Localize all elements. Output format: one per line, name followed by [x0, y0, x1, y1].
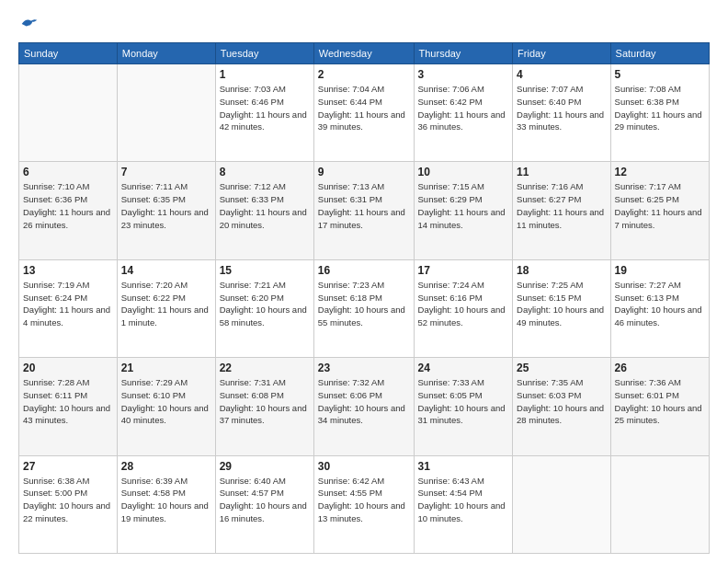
- day-number: 9: [318, 166, 410, 178]
- day-info: Sunrise: 7:24 AM Sunset: 6:16 PM Dayligh…: [418, 279, 509, 329]
- calendar-day-cell: 13Sunrise: 7:19 AM Sunset: 6:24 PM Dayli…: [19, 259, 118, 357]
- day-info: Sunrise: 7:28 AM Sunset: 6:11 PM Dayligh…: [23, 376, 113, 427]
- day-info: Sunrise: 7:33 AM Sunset: 6:05 PM Dayligh…: [418, 376, 509, 427]
- calendar-day-cell: 25Sunrise: 7:35 AM Sunset: 6:03 PM Dayli…: [513, 358, 611, 455]
- day-info: Sunrise: 7:20 AM Sunset: 6:22 PM Dayligh…: [121, 279, 211, 329]
- logo-bird-icon: [20, 15, 39, 33]
- calendar-week-row: 27Sunrise: 6:38 AM Sunset: 5:00 PM Dayli…: [19, 455, 710, 553]
- calendar-header-row: SundayMondayTuesdayWednesdayThursdayFrid…: [19, 43, 710, 64]
- weekday-header: Sunday: [19, 43, 118, 64]
- calendar-day-cell: 10Sunrise: 7:15 AM Sunset: 6:29 PM Dayli…: [414, 162, 513, 259]
- calendar-day-cell: 27Sunrise: 6:38 AM Sunset: 5:00 PM Dayli…: [19, 455, 118, 553]
- day-number: 22: [220, 362, 310, 374]
- weekday-header: Saturday: [610, 43, 709, 64]
- calendar-day-cell: 18Sunrise: 7:25 AM Sunset: 6:15 PM Dayli…: [513, 259, 611, 357]
- day-info: Sunrise: 7:32 AM Sunset: 6:06 PM Dayligh…: [318, 376, 410, 427]
- day-info: Sunrise: 7:06 AM Sunset: 6:42 PM Dayligh…: [418, 83, 509, 133]
- day-info: Sunrise: 7:23 AM Sunset: 6:18 PM Dayligh…: [318, 279, 410, 329]
- calendar-day-cell: 9Sunrise: 7:13 AM Sunset: 6:31 PM Daylig…: [313, 162, 414, 259]
- calendar-table: SundayMondayTuesdayWednesdayThursdayFrid…: [18, 42, 710, 554]
- weekday-header: Wednesday: [313, 43, 414, 64]
- day-number: 31: [418, 460, 509, 473]
- calendar-day-cell: [610, 455, 709, 553]
- day-info: Sunrise: 7:10 AM Sunset: 6:36 PM Dayligh…: [23, 180, 113, 231]
- calendar-day-cell: 28Sunrise: 6:39 AM Sunset: 4:58 PM Dayli…: [117, 455, 215, 553]
- calendar-day-cell: 31Sunrise: 6:43 AM Sunset: 4:54 PM Dayli…: [414, 455, 513, 553]
- day-info: Sunrise: 6:42 AM Sunset: 4:55 PM Dayligh…: [318, 475, 410, 525]
- day-number: 26: [615, 362, 705, 374]
- day-info: Sunrise: 7:13 AM Sunset: 6:31 PM Dayligh…: [318, 180, 410, 231]
- day-info: Sunrise: 7:07 AM Sunset: 6:40 PM Dayligh…: [517, 83, 607, 133]
- calendar-day-cell: 5Sunrise: 7:08 AM Sunset: 6:38 PM Daylig…: [610, 64, 709, 162]
- day-number: 10: [418, 166, 509, 178]
- day-number: 11: [517, 166, 607, 178]
- day-number: 18: [517, 264, 607, 277]
- day-info: Sunrise: 7:21 AM Sunset: 6:20 PM Dayligh…: [220, 279, 310, 329]
- calendar-day-cell: 4Sunrise: 7:07 AM Sunset: 6:40 PM Daylig…: [513, 64, 611, 162]
- calendar-day-cell: 24Sunrise: 7:33 AM Sunset: 6:05 PM Dayli…: [414, 358, 513, 455]
- day-number: 27: [23, 460, 113, 473]
- calendar-day-cell: 23Sunrise: 7:32 AM Sunset: 6:06 PM Dayli…: [313, 358, 414, 455]
- calendar-day-cell: 7Sunrise: 7:11 AM Sunset: 6:35 PM Daylig…: [117, 162, 215, 259]
- day-number: 21: [121, 362, 211, 374]
- calendar-day-cell: [117, 64, 215, 162]
- day-info: Sunrise: 7:19 AM Sunset: 6:24 PM Dayligh…: [23, 279, 113, 329]
- day-info: Sunrise: 6:40 AM Sunset: 4:57 PM Dayligh…: [220, 475, 310, 525]
- day-number: 1: [220, 68, 310, 81]
- day-info: Sunrise: 6:38 AM Sunset: 5:00 PM Dayligh…: [23, 475, 113, 525]
- calendar-day-cell: 26Sunrise: 7:36 AM Sunset: 6:01 PM Dayli…: [610, 358, 709, 455]
- calendar-day-cell: 19Sunrise: 7:27 AM Sunset: 6:13 PM Dayli…: [610, 259, 709, 357]
- calendar-day-cell: 14Sunrise: 7:20 AM Sunset: 6:22 PM Dayli…: [117, 259, 215, 357]
- calendar-day-cell: 20Sunrise: 7:28 AM Sunset: 6:11 PM Dayli…: [19, 358, 118, 455]
- day-number: 16: [318, 264, 410, 277]
- day-number: 3: [418, 68, 509, 81]
- calendar-day-cell: 17Sunrise: 7:24 AM Sunset: 6:16 PM Dayli…: [414, 259, 513, 357]
- day-info: Sunrise: 7:29 AM Sunset: 6:10 PM Dayligh…: [121, 376, 211, 427]
- day-number: 29: [220, 460, 310, 473]
- day-number: 15: [220, 264, 310, 277]
- day-number: 7: [121, 166, 211, 178]
- day-info: Sunrise: 6:39 AM Sunset: 4:58 PM Dayligh…: [121, 475, 211, 525]
- calendar-day-cell: 11Sunrise: 7:16 AM Sunset: 6:27 PM Dayli…: [513, 162, 611, 259]
- weekday-header: Tuesday: [215, 43, 313, 64]
- day-number: 19: [615, 264, 705, 277]
- day-number: 14: [121, 264, 211, 277]
- day-info: Sunrise: 7:36 AM Sunset: 6:01 PM Dayligh…: [615, 376, 705, 427]
- day-number: 20: [23, 362, 113, 374]
- calendar-day-cell: 22Sunrise: 7:31 AM Sunset: 6:08 PM Dayli…: [215, 358, 313, 455]
- day-info: Sunrise: 6:43 AM Sunset: 4:54 PM Dayligh…: [418, 475, 509, 525]
- day-number: 12: [615, 166, 705, 178]
- day-info: Sunrise: 7:27 AM Sunset: 6:13 PM Dayligh…: [615, 279, 705, 329]
- weekday-header: Friday: [513, 43, 611, 64]
- day-info: Sunrise: 7:35 AM Sunset: 6:03 PM Dayligh…: [517, 376, 607, 427]
- day-info: Sunrise: 7:17 AM Sunset: 6:25 PM Dayligh…: [615, 180, 705, 231]
- calendar-day-cell: 21Sunrise: 7:29 AM Sunset: 6:10 PM Dayli…: [117, 358, 215, 455]
- logo: [18, 15, 40, 33]
- calendar-week-row: 1Sunrise: 7:03 AM Sunset: 6:46 PM Daylig…: [19, 64, 710, 162]
- weekday-header: Thursday: [414, 43, 513, 64]
- day-number: 5: [615, 68, 705, 81]
- calendar-day-cell: 12Sunrise: 7:17 AM Sunset: 6:25 PM Dayli…: [610, 162, 709, 259]
- day-info: Sunrise: 7:08 AM Sunset: 6:38 PM Dayligh…: [615, 83, 705, 133]
- calendar-week-row: 6Sunrise: 7:10 AM Sunset: 6:36 PM Daylig…: [19, 162, 710, 259]
- calendar-day-cell: 29Sunrise: 6:40 AM Sunset: 4:57 PM Dayli…: [215, 455, 313, 553]
- calendar-day-cell: 30Sunrise: 6:42 AM Sunset: 4:55 PM Dayli…: [313, 455, 414, 553]
- calendar-day-cell: 1Sunrise: 7:03 AM Sunset: 6:46 PM Daylig…: [215, 64, 313, 162]
- day-info: Sunrise: 7:04 AM Sunset: 6:44 PM Dayligh…: [318, 83, 410, 133]
- day-number: 2: [318, 68, 410, 81]
- calendar-day-cell: [19, 64, 118, 162]
- calendar-week-row: 20Sunrise: 7:28 AM Sunset: 6:11 PM Dayli…: [19, 358, 710, 455]
- day-info: Sunrise: 7:12 AM Sunset: 6:33 PM Dayligh…: [220, 180, 310, 231]
- header: [18, 15, 710, 33]
- calendar-day-cell: 3Sunrise: 7:06 AM Sunset: 6:42 PM Daylig…: [414, 64, 513, 162]
- calendar-day-cell: 16Sunrise: 7:23 AM Sunset: 6:18 PM Dayli…: [313, 259, 414, 357]
- day-info: Sunrise: 7:11 AM Sunset: 6:35 PM Dayligh…: [121, 180, 211, 231]
- day-info: Sunrise: 7:31 AM Sunset: 6:08 PM Dayligh…: [220, 376, 310, 427]
- day-info: Sunrise: 7:16 AM Sunset: 6:27 PM Dayligh…: [517, 180, 607, 231]
- calendar-day-cell: 8Sunrise: 7:12 AM Sunset: 6:33 PM Daylig…: [215, 162, 313, 259]
- calendar-week-row: 13Sunrise: 7:19 AM Sunset: 6:24 PM Dayli…: [19, 259, 710, 357]
- calendar-day-cell: [513, 455, 611, 553]
- day-number: 25: [517, 362, 607, 374]
- day-number: 30: [318, 460, 410, 473]
- day-number: 8: [220, 166, 310, 178]
